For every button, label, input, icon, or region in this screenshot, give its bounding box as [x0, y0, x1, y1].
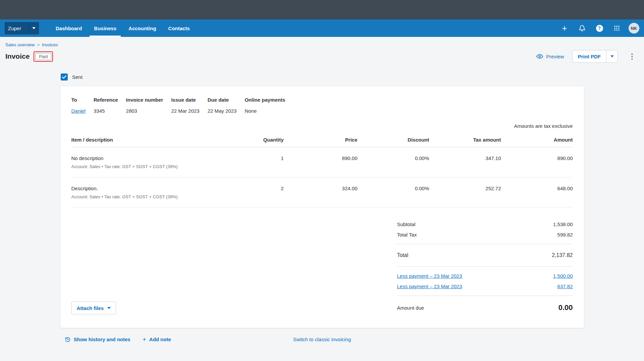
bell-icon — [579, 25, 586, 32]
help-button[interactable]: ? — [594, 22, 605, 34]
cell-description: Description. Account: Sales • Tax rate: … — [71, 177, 233, 208]
payment-amount-link[interactable]: 637.82 — [557, 283, 573, 289]
totals-divider — [397, 296, 573, 296]
column-header-discount: Discount — [358, 133, 429, 147]
contact-link[interactable]: Daniel — [71, 108, 86, 114]
nav-item-accounting[interactable]: Accounting — [124, 19, 161, 37]
cell-tax-amount: 252.72 — [429, 177, 501, 208]
apps-grid-icon — [613, 25, 620, 32]
nav-item-business[interactable]: Business — [90, 19, 121, 37]
field-issue-date: Issue date 22 Mar 2023 — [171, 97, 199, 114]
payment-row: Less payment – 23 Mar 2023 1,500.00 — [397, 271, 573, 281]
column-header-quantity: Quantity — [233, 133, 284, 147]
field-label: Reference — [94, 97, 118, 103]
help-icon: ? — [596, 25, 603, 32]
nav-item-label: Dashboard — [56, 25, 82, 31]
payment-link[interactable]: Less payment – 23 Mar 2023 — [397, 283, 462, 289]
chevron-down-icon — [610, 55, 614, 57]
nav-item-dashboard[interactable]: Dashboard — [51, 19, 86, 37]
total-row: Total 2,137.82 — [397, 248, 573, 262]
breadcrumb-separator: > — [37, 42, 40, 47]
total-tax-row: Total Tax 599.82 — [397, 229, 573, 240]
field-invoice-number: Invoice number 2803 — [126, 97, 163, 114]
totals-divider — [397, 266, 573, 267]
row-divider — [71, 208, 573, 208]
notifications-button[interactable] — [576, 22, 588, 34]
page-header: Invoice Paid Preview Print PDF ⋮ — [0, 47, 644, 63]
more-options-button[interactable]: ⋮ — [626, 52, 639, 60]
field-label: Issue date — [171, 97, 199, 103]
org-caret-wrap — [29, 24, 36, 32]
field-reference: Reference 3345 — [94, 97, 118, 114]
user-avatar[interactable]: NK — [629, 23, 639, 34]
preview-button[interactable]: Preview — [536, 54, 564, 59]
tax-exclusive-note: Amounts are tax exclusive — [71, 123, 573, 129]
invoice-card: To Daniel Reference 3345 Invoice number … — [60, 86, 584, 328]
check-icon — [62, 75, 66, 79]
total-tax-label: Total Tax — [397, 232, 417, 238]
preview-label: Preview — [546, 54, 564, 59]
add-note-button[interactable]: + Add note — [143, 336, 171, 343]
table-header-row: Item / description Quantity Price Discou… — [71, 133, 573, 147]
item-description: Description. — [71, 186, 233, 191]
payment-amount-link[interactable]: 1,500.00 — [553, 273, 573, 279]
cell-price: 324.00 — [284, 177, 358, 208]
table-row: Description. Account: Sales • Tax rate: … — [71, 177, 573, 208]
org-switcher-button[interactable]: Zuper — [5, 22, 39, 34]
subtotal-label: Subtotal — [397, 221, 416, 227]
invoice-fields: To Daniel Reference 3345 Invoice number … — [71, 97, 573, 114]
field-online-payments: Online payments None — [245, 97, 285, 114]
org-divider — [29, 24, 30, 32]
column-header-tax-amount: Tax amount — [429, 133, 501, 147]
sent-label: Sent — [72, 74, 83, 80]
print-pdf-label: Print PDF — [578, 54, 601, 59]
field-value: 3345 — [94, 108, 118, 114]
totals-section: Subtotal 1,538.00 Total Tax 599.82 Total… — [397, 219, 573, 314]
field-label: Due date — [208, 97, 237, 103]
column-header-description: Item / description — [71, 133, 233, 147]
switch-classic-invoicing-link[interactable]: Switch to classic invoicing — [293, 337, 351, 342]
totals-divider — [397, 244, 573, 244]
nav-item-contacts[interactable]: Contacts — [164, 19, 194, 37]
field-label: Online payments — [245, 97, 285, 103]
show-history-label: Show history and notes — [74, 337, 130, 342]
chevron-down-icon — [32, 27, 36, 29]
column-header-price: Price — [284, 133, 358, 147]
nav-right-icons: + ? NK — [559, 19, 639, 37]
print-pdf-button[interactable]: Print PDF — [573, 50, 606, 62]
nav-item-label: Contacts — [168, 25, 190, 31]
header-actions: Preview Print PDF ⋮ — [536, 50, 639, 63]
history-icon — [65, 337, 71, 343]
show-history-button[interactable]: Show history and notes — [65, 337, 130, 343]
kebab-icon: ⋮ — [629, 52, 636, 60]
eye-icon — [536, 54, 543, 59]
item-description: No description — [71, 155, 233, 161]
table-row: No description Account: Sales • Tax rate… — [71, 147, 573, 177]
payment-link[interactable]: Less payment – 23 Mar 2023 — [397, 273, 462, 279]
attach-files-area: Attach files — [71, 219, 397, 314]
field-label: Invoice number — [126, 97, 163, 103]
browser-top-bar — [0, 0, 644, 19]
print-pdf-dropdown-button[interactable] — [606, 50, 618, 62]
cell-amount: 648.00 — [501, 177, 573, 208]
field-label: To — [71, 97, 86, 103]
line-items-table: Item / description Quantity Price Discou… — [71, 133, 573, 208]
sent-checkbox[interactable] — [61, 73, 68, 81]
field-to: To Daniel — [71, 97, 86, 114]
plus-icon: + — [562, 24, 567, 33]
breadcrumb-sales-overview[interactable]: Sales overview — [5, 42, 35, 47]
column-header-amount: Amount — [501, 133, 573, 147]
cell-tax-amount: 347.10 — [429, 147, 501, 177]
attach-files-button[interactable]: Attach files — [71, 302, 116, 314]
card-bottom: Attach files Subtotal 1,538.00 Total Tax… — [71, 219, 573, 314]
chevron-down-icon — [107, 307, 111, 309]
create-new-button[interactable]: + — [559, 22, 570, 34]
field-due-date: Due date 22 May 2023 — [208, 97, 237, 114]
breadcrumb-invoices[interactable]: Invoices — [42, 42, 58, 47]
status-badge: Paid — [35, 53, 51, 60]
field-value: 22 Mar 2023 — [171, 108, 199, 114]
nav-item-label: Business — [94, 25, 116, 31]
cell-amount: 890.00 — [501, 147, 573, 177]
field-value: 22 May 2023 — [208, 108, 237, 114]
apps-menu-button[interactable] — [611, 22, 623, 34]
